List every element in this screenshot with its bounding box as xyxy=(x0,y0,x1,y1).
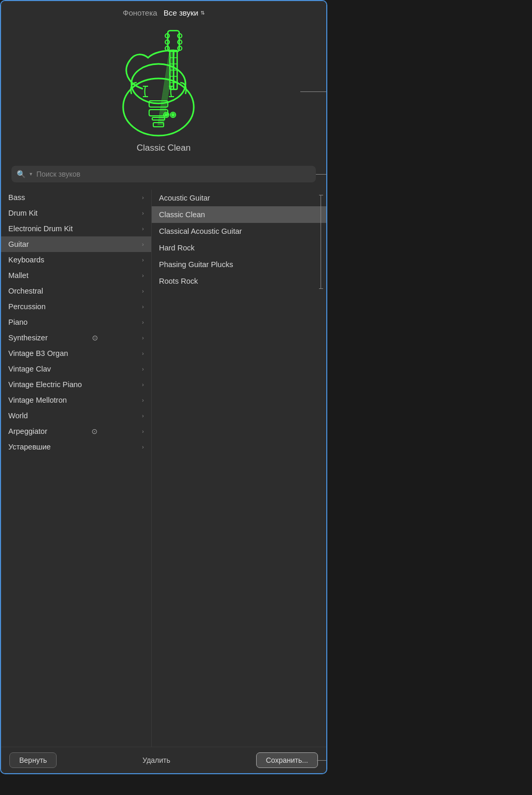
category-item-mallet[interactable]: Mallet› xyxy=(1,268,151,283)
preset-item-classical-acoustic-guitar[interactable]: Classical Acoustic Guitar xyxy=(152,223,326,240)
category-label: World xyxy=(8,412,28,420)
chevron-right-icon: › xyxy=(142,413,144,419)
category-item-vintage-clav[interactable]: Vintage Clav› xyxy=(1,361,151,377)
search-bar[interactable]: 🔍 ▼ xyxy=(11,166,316,182)
category-label: Vintage B3 Organ xyxy=(8,349,68,357)
preview-line xyxy=(300,91,326,92)
category-item-electronic-drum-kit[interactable]: Electronic Drum Kit› xyxy=(1,221,151,236)
bottom-bar: Вернуть Удалить Сохранить... xyxy=(1,747,326,773)
category-item-vintage-electric-piano[interactable]: Vintage Electric Piano› xyxy=(1,377,151,392)
category-label: Orchestral xyxy=(8,287,43,295)
category-list: Bass›Drum Kit›Electronic Drum Kit›Guitar… xyxy=(1,190,152,747)
preset-label: Classical Acoustic Guitar xyxy=(159,227,242,235)
preview-area: Classic Clean xyxy=(1,21,326,162)
bracket-vertical-line xyxy=(321,195,321,288)
preset-label: Classic Clean xyxy=(159,210,205,219)
category-item-vintage-mellotron[interactable]: Vintage Mellotron› xyxy=(1,392,151,408)
category-label: Vintage Mellotron xyxy=(8,396,67,404)
preset-list: Acoustic GuitarClassic CleanClassical Ac… xyxy=(152,190,326,747)
chevron-right-icon: › xyxy=(142,397,144,403)
instrument-name: Classic Clean xyxy=(137,143,191,153)
chevron-right-icon: › xyxy=(142,257,144,263)
preset-item-roots-rock[interactable]: Roots Rock xyxy=(152,273,326,289)
delete-button[interactable]: Удалить xyxy=(142,756,170,764)
download-icon[interactable]: ⊙ xyxy=(92,334,98,342)
category-item-drum-kit[interactable]: Drum Kit› xyxy=(1,205,151,221)
save-annotation-line xyxy=(317,760,327,761)
filter-chevron-icon: ⇅ xyxy=(201,10,205,16)
category-label: Устаревшие xyxy=(8,443,51,451)
search-container: 🔍 ▼ xyxy=(1,162,326,187)
chevron-right-icon: › xyxy=(142,194,144,201)
chevron-right-icon: › xyxy=(142,241,144,247)
chevron-right-icon: › xyxy=(142,428,144,434)
chevron-right-icon: › xyxy=(142,381,144,388)
svg-point-27 xyxy=(165,114,167,116)
preset-item-phasing-guitar-plucks[interactable]: Phasing Guitar Plucks xyxy=(152,256,326,273)
svg-point-28 xyxy=(172,114,174,116)
category-label: Synthesizer xyxy=(8,334,48,342)
preset-label: Acoustic Guitar xyxy=(159,194,210,202)
preset-label: Hard Rock xyxy=(159,244,195,252)
chevron-right-icon: › xyxy=(142,272,144,279)
category-label: Percussion xyxy=(8,302,46,311)
save-button[interactable]: Сохранить... xyxy=(256,752,318,768)
bracket-bottom-line xyxy=(319,288,323,289)
category-item-ustarevshie[interactable]: Устаревшие› xyxy=(1,439,151,455)
category-label: Vintage Clav xyxy=(8,365,51,373)
filter-selector[interactable]: Все звуки ⇅ xyxy=(164,8,205,17)
preset-label: Phasing Guitar Plucks xyxy=(159,260,233,269)
chevron-right-icon: › xyxy=(142,444,144,450)
chevron-right-icon: › xyxy=(142,319,144,325)
category-item-percussion[interactable]: Percussion› xyxy=(1,299,151,314)
category-label: Piano xyxy=(8,318,28,326)
chevron-right-icon: › xyxy=(142,366,144,372)
category-label: Mallet xyxy=(8,271,29,280)
category-label: Vintage Electric Piano xyxy=(8,380,82,389)
category-item-guitar[interactable]: Guitar› xyxy=(1,236,151,252)
category-item-keyboards[interactable]: Keyboards› xyxy=(1,252,151,268)
panel-header: Фонотека Все звуки ⇅ xyxy=(1,1,326,21)
guitar-icon xyxy=(112,27,216,141)
preset-item-hard-rock[interactable]: Hard Rock xyxy=(152,240,326,256)
search-chevron-icon: ▼ xyxy=(29,171,33,177)
chevron-right-icon: › xyxy=(142,226,144,232)
category-item-orchestral[interactable]: Orchestral› xyxy=(1,283,151,299)
category-label: Electronic Drum Kit xyxy=(8,224,73,233)
category-item-arpeggiator[interactable]: Arpeggiator⊙› xyxy=(1,423,151,439)
category-item-bass[interactable]: Bass› xyxy=(1,190,151,205)
category-item-vintage-b3-organ[interactable]: Vintage B3 Organ› xyxy=(1,346,151,361)
chevron-right-icon: › xyxy=(142,335,144,341)
search-line xyxy=(316,174,326,175)
delete-annotation-line xyxy=(165,773,165,774)
category-item-world[interactable]: World› xyxy=(1,408,151,423)
revert-annotation-line xyxy=(27,773,28,774)
preset-item-classic-clean[interactable]: Classic Clean xyxy=(152,206,326,223)
revert-button[interactable]: Вернуть xyxy=(9,752,57,768)
category-item-piano[interactable]: Piano› xyxy=(1,314,151,330)
instrument-panel: Фонотека Все звуки ⇅ xyxy=(0,0,327,774)
category-label: Guitar xyxy=(8,240,29,248)
chevron-right-icon: › xyxy=(142,303,144,310)
preset-label: Roots Rock xyxy=(159,277,198,285)
category-label: Bass xyxy=(8,193,25,202)
search-input[interactable] xyxy=(36,170,311,178)
chevron-right-icon: › xyxy=(142,350,144,356)
filter-label: Все звуки xyxy=(164,8,198,17)
chevron-right-icon: › xyxy=(142,210,144,216)
bracket-top-line xyxy=(319,195,323,195)
chevron-right-icon: › xyxy=(142,288,144,294)
download-icon[interactable]: ⊙ xyxy=(91,427,98,435)
lists-container: Bass›Drum Kit›Electronic Drum Kit›Guitar… xyxy=(1,190,326,747)
preset-item-acoustic-guitar[interactable]: Acoustic Guitar xyxy=(152,190,326,206)
search-icon: 🔍 xyxy=(17,170,25,178)
category-item-synthesizer[interactable]: Synthesizer⊙› xyxy=(1,330,151,346)
library-label: Фонотека xyxy=(123,8,157,17)
category-label: Drum Kit xyxy=(8,209,37,217)
category-label: Keyboards xyxy=(8,256,44,264)
guitar-svg xyxy=(112,27,216,141)
category-label: Arpeggiator xyxy=(8,427,47,435)
